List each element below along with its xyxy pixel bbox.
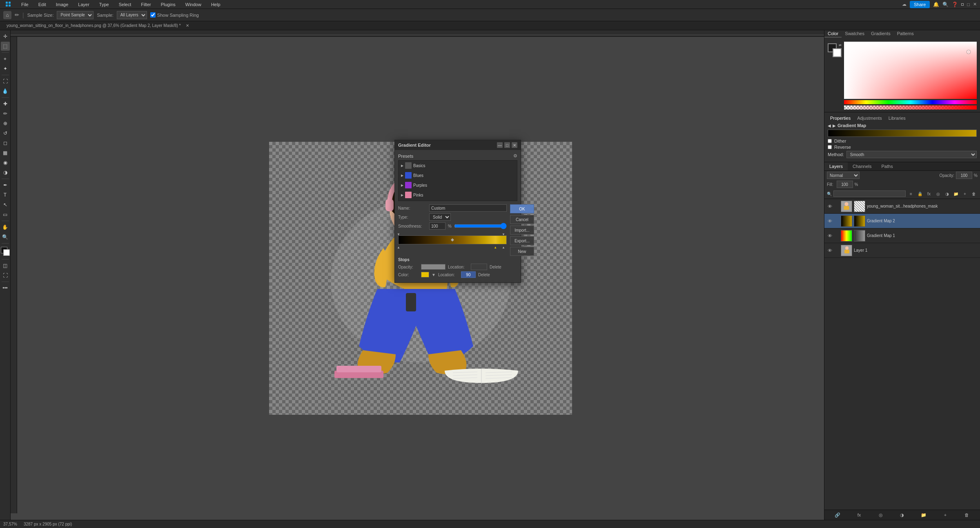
tab-close-icon[interactable]: ✕	[186, 23, 189, 28]
crop-tool[interactable]: ⛶	[1, 77, 10, 86]
ge-color-location-input[interactable]	[461, 271, 476, 278]
share-button[interactable]: Share	[910, 1, 930, 8]
presets-gear-icon[interactable]: ⚙	[513, 153, 517, 159]
zoom-tool[interactable]: 🔍	[1, 233, 10, 242]
ge-export-button[interactable]: Export...	[510, 236, 534, 245]
gradient-tool[interactable]: ▦	[1, 148, 10, 157]
reverse-checkbox[interactable]	[828, 145, 832, 149]
brush-tool[interactable]: ✏	[1, 109, 10, 118]
background-color[interactable]	[3, 249, 10, 256]
home-icon[interactable]: ⌂	[3, 11, 11, 19]
ge-import-button[interactable]: Import...	[510, 226, 534, 235]
search-icon[interactable]: 🔍	[942, 2, 949, 7]
menu-help[interactable]: Help	[209, 2, 222, 7]
layer-item-3[interactable]: 👁 Layer 1	[824, 243, 980, 258]
ge-ok-button[interactable]: OK	[510, 204, 534, 213]
menu-window[interactable]: Window	[184, 2, 203, 7]
link-layers-btn[interactable]: 🔗	[834, 511, 841, 519]
magic-wand-tool[interactable]: ✦	[1, 64, 10, 73]
hue-slider[interactable]	[844, 100, 977, 104]
notification-icon[interactable]: 🔔	[933, 2, 939, 7]
sample-select[interactable]: All Layers	[117, 11, 147, 19]
dialog-close-button[interactable]: ✕	[512, 142, 517, 148]
tab-patterns[interactable]: Patterns	[894, 30, 917, 38]
document-tab[interactable]: young_woman_sitting_on_floor_in_headphon…	[3, 23, 184, 28]
window-maximize-icon[interactable]: □	[967, 2, 970, 7]
show-sampling-ring-checkbox[interactable]	[150, 12, 156, 18]
menu-plugins[interactable]: Plugins	[159, 2, 177, 7]
layer-item-0[interactable]: 👁 young_woman_sit...headphones_mask	[824, 199, 980, 214]
dither-checkbox[interactable]	[828, 139, 832, 143]
ge-opacity-stop-left[interactable]	[397, 231, 401, 235]
dodge-tool[interactable]: ◑	[1, 168, 10, 177]
text-tool[interactable]: T	[1, 190, 10, 199]
properties-tab[interactable]: Properties	[828, 115, 853, 121]
layer-1-visibility-icon[interactable]: 👁	[827, 218, 833, 224]
right-arrow-icon[interactable]: ▶	[833, 123, 836, 128]
new-layer-bottom-btn[interactable]: +	[942, 511, 949, 519]
blend-mode-select[interactable]: Normal	[827, 172, 860, 179]
ge-color-swatch[interactable]	[421, 272, 429, 277]
more-tools[interactable]: •••	[1, 284, 10, 293]
search-layers-input[interactable]	[833, 190, 906, 197]
dialog-maximize-button[interactable]: □	[504, 142, 510, 148]
ge-color-stop-right-end[interactable]: ▲	[502, 244, 506, 248]
hand-tool[interactable]: ✋	[1, 223, 10, 232]
add-style-btn[interactable]: fx	[855, 511, 863, 519]
search-layers-icon[interactable]: 🔍	[827, 192, 832, 196]
history-brush-tool[interactable]: ↺	[1, 129, 10, 138]
clone-tool[interactable]: ⊕	[1, 119, 10, 128]
lasso-tool[interactable]: ⌖	[1, 54, 10, 63]
ge-opacity-delete[interactable]: Delete	[490, 265, 501, 269]
adjustments-tab[interactable]: Adjustments	[855, 115, 884, 121]
path-select-tool[interactable]: ↖	[1, 200, 10, 209]
opacity-input[interactable]	[956, 172, 972, 179]
dialog-titlebar[interactable]: Gradient Editor — □ ✕	[395, 140, 521, 150]
menu-type[interactable]: Type	[98, 2, 111, 7]
layer-item-2[interactable]: 👁 Gradient Map 1	[824, 228, 980, 243]
layer-3-visibility-icon[interactable]: 👁	[827, 248, 833, 253]
ge-cancel-button[interactable]: Cancel	[510, 215, 534, 224]
ge-color-stop-yellow[interactable]	[494, 244, 498, 248]
blur-tool[interactable]: ◉	[1, 158, 10, 167]
group-btn[interactable]: 📁	[952, 190, 960, 197]
menu-edit[interactable]: Edit	[37, 2, 48, 7]
eraser-tool[interactable]: ◻	[1, 139, 10, 148]
layer-mask-btn[interactable]: ◎	[934, 190, 942, 197]
layer-2-visibility-icon[interactable]: 👁	[827, 233, 833, 239]
shape-tool[interactable]: ▭	[1, 210, 10, 219]
tab-swatches[interactable]: Swatches	[842, 30, 868, 38]
ge-color-delete[interactable]: Delete	[478, 273, 490, 277]
fg-bg-colors[interactable]	[1, 247, 10, 256]
ge-opacity-stop-right[interactable]	[502, 231, 506, 235]
selection-tool[interactable]: ⬚	[1, 42, 10, 51]
ge-color-stop-black[interactable]	[397, 244, 401, 248]
ge-gradient-bar[interactable]	[398, 235, 507, 244]
ge-opacity-location-input[interactable]	[471, 264, 487, 270]
color-spectrum[interactable]	[844, 42, 977, 99]
fill-input[interactable]	[837, 181, 853, 188]
ge-color-arrow[interactable]: ▼	[432, 273, 436, 277]
adjustment-btn[interactable]: ◑	[943, 190, 951, 197]
menu-image[interactable]: Image	[54, 2, 70, 7]
menu-ps[interactable]	[3, 1, 13, 8]
layer-item-1[interactable]: 👁 Gradient Map 2	[824, 214, 980, 228]
layer-style-btn[interactable]: fx	[925, 190, 933, 197]
new-fill-btn[interactable]: ◑	[898, 511, 906, 519]
alpha-slider[interactable]	[844, 105, 977, 110]
preset-group-reds-header[interactable]: ▶ Reds	[401, 201, 514, 201]
delete-layer-bottom-btn[interactable]: 🗑	[963, 511, 971, 519]
lock-all-btn[interactable]: 🔒	[916, 190, 924, 197]
delete-layer-btn[interactable]: 🗑	[970, 190, 978, 197]
layer-0-visibility-icon[interactable]: 👁	[827, 204, 833, 209]
menu-file[interactable]: File	[20, 2, 30, 7]
left-arrow-icon[interactable]: ◀	[828, 123, 831, 128]
dialog-minimize-button[interactable]: —	[497, 142, 503, 148]
window-close-icon[interactable]: ✕	[973, 2, 977, 7]
tab-gradients[interactable]: Gradients	[868, 30, 894, 38]
move-tool[interactable]: ✛	[1, 32, 10, 41]
filter-type-btn[interactable]: ≡	[907, 190, 915, 197]
swap-colors-icon[interactable]: ⇄	[839, 43, 842, 47]
menu-select[interactable]: Select	[117, 2, 133, 7]
quick-mask-tool[interactable]: ◫	[1, 261, 10, 270]
